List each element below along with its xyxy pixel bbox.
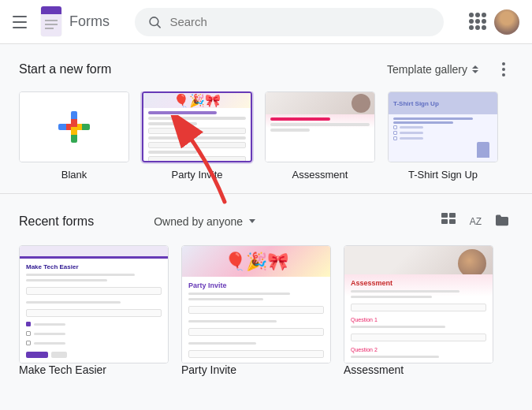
party-thumb-field-2 <box>148 142 246 148</box>
party-thumb-line-4 <box>148 136 246 140</box>
tshirt-cb-label-2 <box>400 132 423 134</box>
party-large-line-2 <box>188 298 263 300</box>
search-icon <box>147 14 162 30</box>
svg-rect-3 <box>41 11 61 14</box>
tshirt-thumb-header: T-Shirt Sign Up <box>389 92 497 114</box>
assess-thumb-content <box>266 92 374 162</box>
tshirt-cb-3 <box>393 136 493 140</box>
recent-section: Recent forms Owned by anyone AZ <box>0 194 532 392</box>
make-tech-body: Make Tech Easier <box>20 259 168 363</box>
svg-rect-11 <box>449 213 456 218</box>
tshirt-cb-1 <box>393 125 493 129</box>
chevron-down-icon <box>249 219 255 223</box>
assess-large-line-4 <box>351 356 439 358</box>
template-section: Start a new form Template gallery <box>0 44 532 194</box>
party-large-content: 🎈🎉🎀 Party Invite <box>182 246 330 363</box>
assess-large-content: Assessment Question 1 Question 2 <box>344 246 493 363</box>
assess-large-line-1 <box>351 290 459 293</box>
party-thumb-field-1 <box>148 128 246 134</box>
assess-line-2 <box>270 123 370 126</box>
party-thumb-line-3 <box>148 122 197 125</box>
folder-view-button[interactable] <box>491 211 513 232</box>
party-thumb-line-5 <box>148 151 197 154</box>
template-party-label: Party Invite <box>171 169 222 181</box>
avatar-image <box>494 9 519 35</box>
tshirt-person-area <box>393 142 493 158</box>
tshirt-cb-2 <box>393 131 493 135</box>
make-tech-submit-area <box>26 352 162 358</box>
party-thumb-body <box>143 108 251 161</box>
template-blank-thumb <box>19 91 129 162</box>
recent-card-assessment[interactable]: Assessment Question 1 Question 2 Assessm… <box>344 245 493 376</box>
assess-large-body: Assessment Question 1 Question 2 <box>344 274 493 363</box>
app-title: Forms <box>69 13 110 30</box>
make-tech-field-2 <box>26 309 162 317</box>
tshirt-checkbox-2 <box>393 131 397 135</box>
party-large-title: Party Invite <box>188 281 324 289</box>
recent-section-header: Recent forms Owned by anyone AZ <box>19 210 513 233</box>
search-input[interactable] <box>169 15 431 28</box>
party-large-thumb: 🎈🎉🎀 Party Invite <box>181 245 331 363</box>
party-large-field-1 <box>188 306 324 314</box>
assess-line-1 <box>270 117 330 121</box>
template-assessment-thumb <box>265 91 375 162</box>
template-card-assessment[interactable]: Assessment <box>265 91 375 181</box>
svg-line-8 <box>158 24 160 27</box>
forms-logo: Forms <box>38 5 110 39</box>
assess-subq-1: Question 1 <box>351 317 486 322</box>
sort-az-label: AZ <box>470 216 482 227</box>
make-tech-field-1 <box>26 287 162 295</box>
more-options-button[interactable] <box>494 60 513 79</box>
template-card-party-invite[interactable]: 🎈🎉🎀 Party Invite <box>142 91 252 181</box>
party-large-field-3 <box>188 350 324 358</box>
make-tech-cb-row-1 <box>26 322 162 326</box>
make-tech-cb-row-2 <box>26 331 162 336</box>
assess-large-title: Assessment <box>351 279 486 287</box>
grid-view-icon <box>441 213 457 227</box>
apps-grid-icon[interactable] <box>469 13 488 32</box>
submit-button-mock <box>26 352 48 358</box>
party-large-header: 🎈🎉🎀 <box>182 246 330 277</box>
owned-by-dropdown[interactable]: Owned by anyone <box>154 215 255 228</box>
recent-card-party-invite[interactable]: 🎈🎉🎀 Party Invite Party I <box>181 245 331 376</box>
party-large-body: Party Invite <box>182 277 330 363</box>
make-tech-line-2 <box>26 279 107 281</box>
make-tech-thumb-content: Make Tech Easier <box>20 246 168 363</box>
make-tech-cb-1 <box>26 322 31 326</box>
grid-view-button[interactable] <box>438 210 460 233</box>
recent-section-title: Recent forms <box>19 214 94 229</box>
party-thumb-content: 🎈🎉🎀 <box>143 93 251 161</box>
avatar[interactable] <box>494 9 519 35</box>
make-tech-cb-2 <box>26 331 31 336</box>
template-gallery-button[interactable]: Template gallery <box>381 60 485 79</box>
tshirt-thumb-content: T-Shirt Sign Up <box>389 92 497 162</box>
party-large-line-3 <box>188 320 277 322</box>
party-large-line-4 <box>188 342 256 345</box>
header-left: Forms <box>13 5 110 39</box>
sort-icon <box>472 65 478 73</box>
template-party-thumb: 🎈🎉🎀 <box>142 91 252 162</box>
plus-icon <box>55 108 93 146</box>
main-content: Start a new form Template gallery <box>0 44 532 410</box>
make-tech-cb-label-1 <box>34 323 65 326</box>
template-card-tshirt[interactable]: T-Shirt Sign Up <box>388 91 498 181</box>
assess-thumb-body <box>266 114 374 162</box>
recent-card-make-tech-label: Make Tech Easier <box>19 363 106 376</box>
sort-az-button[interactable]: AZ <box>467 212 485 230</box>
recent-card-party-label: Party Invite <box>181 363 236 376</box>
template-tshirt-label: T-Shirt Sign Up <box>408 169 478 181</box>
template-section-title: Start a new form <box>19 62 111 76</box>
recent-card-make-tech-easier[interactable]: Make Tech Easier <box>19 245 169 376</box>
template-card-blank[interactable]: Blank <box>19 91 129 181</box>
party-large-field-2 <box>188 328 324 336</box>
template-cards-list: Blank 🎈🎉🎀 <box>19 91 513 181</box>
hamburger-menu-button[interactable] <box>13 13 32 32</box>
tshirt-person-icon <box>477 142 489 158</box>
assess-large-line-2 <box>351 296 432 298</box>
clear-button-mock <box>51 352 67 358</box>
app-header: Forms <box>0 0 532 44</box>
make-tech-thumb: Make Tech Easier <box>19 245 169 363</box>
tshirt-line-1 <box>393 117 473 120</box>
header-right <box>469 9 519 35</box>
search-bar[interactable] <box>135 8 444 36</box>
